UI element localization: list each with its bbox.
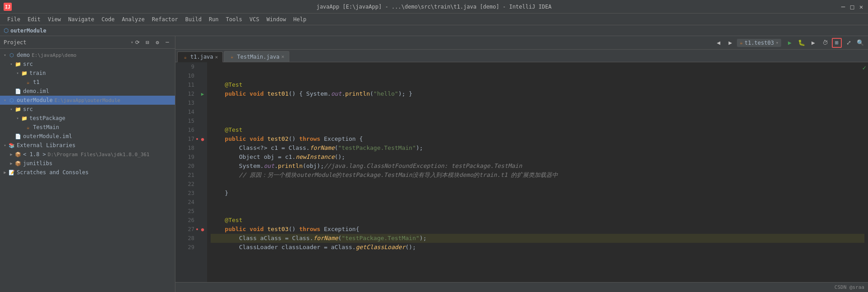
token: test02 xyxy=(267,134,288,144)
tree-label-scratches: Scratches and Consoles xyxy=(17,169,89,176)
menu-vcs[interactable]: VCS xyxy=(246,15,263,23)
token: } xyxy=(211,189,228,198)
line-number-16: 16 xyxy=(175,125,198,134)
tree-label-external-lib: External Libraries xyxy=(17,142,75,148)
token: () { System. xyxy=(288,89,331,98)
minimize-button[interactable]: ─ xyxy=(840,4,846,10)
run-config-selector[interactable]: ☕ t1.test03 ▾ xyxy=(737,39,781,47)
tree-label-outermodule: outerModule xyxy=(17,97,52,103)
token xyxy=(246,225,250,234)
menu-view[interactable]: View xyxy=(44,15,65,23)
token: "testPackage.TestMain" xyxy=(338,144,416,153)
maximize-button[interactable]: □ xyxy=(849,4,855,10)
error-gutter-icon-27[interactable]: ● xyxy=(199,226,206,233)
tree-item-testmain[interactable]: ☕ TestMain xyxy=(0,123,175,132)
code-line-11: @Test xyxy=(211,80,864,89)
tab-t1-label: t1.java xyxy=(190,54,213,60)
code-line-9 xyxy=(211,62,864,71)
tab-testmain-icon: ☕ xyxy=(229,54,235,60)
settings-icon[interactable]: ⚙ xyxy=(153,38,161,46)
token: { xyxy=(356,134,363,144)
tree-item-demo[interactable]: ▾ ⬡ demo E:\javaApp\demo xyxy=(0,51,175,60)
run-gutter-icon-12[interactable]: ▶ xyxy=(199,90,206,97)
folder-icon-src: 📁 xyxy=(14,60,22,68)
menu-edit[interactable]: Edit xyxy=(24,15,44,23)
token xyxy=(211,225,225,234)
highlighted-button[interactable]: ⊞ xyxy=(832,38,842,48)
close-sidebar-icon[interactable]: ─ xyxy=(163,38,171,46)
menu-navigate[interactable]: Navigate xyxy=(65,15,98,23)
token: (obj); xyxy=(303,162,324,171)
menu-refactor[interactable]: Refactor xyxy=(148,15,182,23)
line-number-18: 18 xyxy=(175,144,198,153)
tab-testmain-close[interactable]: ✕ xyxy=(281,54,284,60)
token xyxy=(264,89,267,98)
tree-item-t1[interactable]: ☕ t1 xyxy=(0,78,175,87)
menu-build[interactable]: Build xyxy=(182,15,205,23)
close-button[interactable]: ✕ xyxy=(858,4,864,10)
gutter-row-22 xyxy=(198,180,207,189)
run-coverage-button[interactable]: ▶ xyxy=(808,38,818,48)
menu-run[interactable]: Run xyxy=(205,15,222,23)
tree-item-external-lib[interactable]: ▾ 📚 External Libraries xyxy=(0,141,175,150)
window-controls[interactable]: ─ □ ✕ xyxy=(840,4,864,10)
run-button[interactable]: ▶ xyxy=(785,38,795,48)
maximize-button-toolbar[interactable]: ⤢ xyxy=(844,38,854,48)
menu-help[interactable]: Help xyxy=(290,15,310,23)
tree-arrow-src: ▾ xyxy=(8,62,14,66)
token: @Test xyxy=(225,216,242,225)
sidebar-header: Project ▾ ⟳ ⊟ ⚙ ─ xyxy=(0,36,175,49)
code-line-28: Class aClass = Class.forName("testPackag… xyxy=(211,234,864,243)
token xyxy=(211,89,225,98)
gutter-row-11 xyxy=(198,80,207,89)
menu-code[interactable]: Code xyxy=(98,15,118,23)
token: . xyxy=(342,89,345,98)
code-content[interactable]: @Test public void test01() { System.out.… xyxy=(207,62,868,282)
token: <?> c1 = Class. xyxy=(257,144,310,153)
search-button[interactable]: 🔍 xyxy=(855,38,865,48)
token: ( xyxy=(338,234,342,243)
gutter-row-19 xyxy=(198,153,207,162)
tree-item-src[interactable]: ▾ 📁 src xyxy=(0,60,175,69)
code-line-23: } xyxy=(211,189,864,198)
tree-item-src2[interactable]: ▾ 📁 src xyxy=(0,105,175,114)
code-editor[interactable]: 9101112131415161718192021222324252627282… xyxy=(175,62,868,282)
line-number-25: 25 xyxy=(175,207,198,216)
tree-item-junitlibs[interactable]: ▶ 📦 junitlibs xyxy=(0,159,175,168)
navigate-back-button[interactable]: ◀ xyxy=(713,38,723,48)
tab-testmain[interactable]: ☕ TestMain.java ✕ xyxy=(224,51,289,62)
token xyxy=(321,134,324,144)
token xyxy=(264,134,267,144)
collapse-all-icon[interactable]: ⊟ xyxy=(143,38,151,46)
token: println xyxy=(345,89,370,98)
tree-item-outermodule-iml[interactable]: 📄 outerModule.iml xyxy=(0,132,175,141)
line-number-23: 23 xyxy=(175,189,198,198)
tree-item-train[interactable]: ▾ 📁 train xyxy=(0,69,175,78)
menu-tools[interactable]: Tools xyxy=(222,15,246,23)
tree-item-jdk18[interactable]: ▶ 📦 < 1.8 > D:\Program Files\Java\jdk1.8… xyxy=(0,150,175,159)
tree-item-testpackage[interactable]: ▾ 📁 testPackage xyxy=(0,114,175,123)
tree-arrow-external-lib: ▾ xyxy=(2,143,8,148)
tree-item-demo-iml[interactable]: 📄 demo.iml xyxy=(0,87,175,96)
tab-t1[interactable]: ☕ t1.java ✕ xyxy=(177,51,223,62)
code-line-10 xyxy=(211,71,864,80)
token: public xyxy=(225,134,246,144)
navigate-forward-button[interactable]: ▶ xyxy=(725,38,735,48)
debug-button[interactable]: 🐛 xyxy=(797,38,807,48)
tree-item-scratches[interactable]: ▶ 📝 Scratches and Consoles xyxy=(0,168,175,177)
gutter-row-26 xyxy=(198,216,207,225)
menu-analyze[interactable]: Analyze xyxy=(118,15,148,23)
profile-button[interactable]: ⏱ xyxy=(820,38,830,48)
error-gutter-icon-17[interactable]: ● xyxy=(199,135,206,143)
menu-file[interactable]: File xyxy=(4,15,24,23)
token: public xyxy=(225,89,246,98)
code-line-15 xyxy=(211,116,864,125)
gutter-row-13 xyxy=(198,98,207,107)
gutter-row-25 xyxy=(198,207,207,216)
module-bar: ⬡ outerModule xyxy=(0,25,868,36)
tree-arrow-testpackage: ▾ xyxy=(14,116,21,121)
menu-window[interactable]: Window xyxy=(263,15,289,23)
tree-item-outermodule[interactable]: ▾ ⬡ outerModule E:\javaApp\outerModule xyxy=(0,96,175,105)
sync-icon[interactable]: ⟳ xyxy=(133,38,142,46)
tab-t1-close[interactable]: ✕ xyxy=(215,54,218,60)
